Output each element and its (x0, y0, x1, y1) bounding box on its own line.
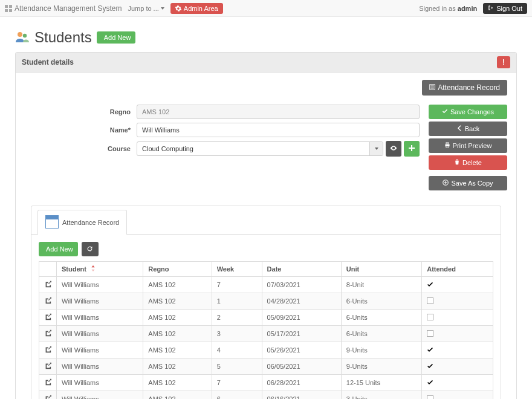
cell-regno: AMS 102 (143, 293, 212, 310)
table-row: Will WilliamsAMS 102305/17/20216-Units (39, 326, 493, 342)
svg-rect-0 (5, 5, 8, 8)
calendar-icon (45, 215, 59, 230)
table-row: Will WilliamsAMS 102707/03/20218-Unit (39, 277, 493, 293)
attendance-record-button[interactable]: Attendance Record (422, 80, 507, 96)
svg-rect-3 (9, 9, 12, 12)
cell-date: 04/28/2021 (262, 293, 341, 310)
signout-icon (488, 5, 494, 12)
cell-date: 06/16/2021 (262, 391, 341, 400)
caret-down-icon (161, 7, 164, 10)
cell-week: 7 (212, 277, 262, 293)
cell-student: Will Williams (57, 293, 143, 310)
sort-asc-icon (91, 265, 96, 273)
cell-unit: 9-Units (341, 342, 421, 358)
open-record-link[interactable] (44, 281, 51, 288)
svg-point-4 (18, 32, 22, 37)
add-new-label: Add New (104, 34, 131, 41)
table-row: Will WilliamsAMS 102706/28/202112-15 Uni… (39, 375, 493, 391)
alert-button[interactable]: ! (497, 56, 510, 68)
add-new-record-button[interactable]: Add New (39, 242, 78, 256)
admin-area-label: Admin Area (184, 5, 218, 12)
col-attended[interactable]: Attended (422, 262, 493, 277)
cell-student: Will Williams (57, 277, 143, 293)
col-action (39, 262, 57, 277)
plus-icon (408, 144, 415, 154)
save-button[interactable]: Save Changes (429, 105, 507, 119)
print-icon (444, 142, 450, 149)
back-button[interactable]: Back (429, 122, 507, 136)
open-record-link[interactable] (44, 378, 51, 386)
cell-unit: 12-15 Units (341, 375, 421, 391)
col-regno[interactable]: Regno (143, 262, 212, 277)
cell-date: 07/03/2021 (262, 277, 341, 293)
add-new-student-button[interactable]: Add New (97, 31, 136, 44)
col-unit[interactable]: Unit (341, 262, 421, 277)
cell-week: 5 (212, 358, 262, 375)
course-value: Cloud Computing (137, 142, 369, 155)
table-row: Will WilliamsAMS 102104/28/20216-Units (39, 293, 493, 310)
cell-attended (422, 326, 493, 342)
alert-icon: ! (502, 58, 505, 66)
delete-button[interactable]: Delete (429, 155, 507, 170)
sign-out-button[interactable]: Sign Out (483, 3, 527, 14)
admin-area-button[interactable]: Admin Area (170, 3, 223, 14)
cell-attended (422, 342, 493, 358)
refresh-icon (86, 245, 93, 254)
view-course-button[interactable] (386, 141, 401, 157)
jump-to-dropdown[interactable]: Jump to ... (128, 5, 164, 12)
page-title: Students (34, 29, 92, 46)
signed-in-text: Signed in as admin (419, 5, 477, 12)
cell-unit: 6-Units (341, 293, 421, 310)
open-record-link[interactable] (44, 329, 51, 337)
cell-date: 05/09/2021 (262, 310, 341, 326)
username: admin (458, 5, 477, 12)
side-actions: Save Changes Back Print Preview Delete (429, 105, 507, 190)
unchecked-icon (427, 330, 433, 337)
chevron-down-icon (369, 142, 383, 155)
cell-attended (422, 358, 493, 375)
brand-link[interactable]: Attendance Management System (5, 4, 122, 13)
print-preview-button[interactable]: Print Preview (429, 138, 507, 153)
col-student[interactable]: Student (57, 262, 143, 277)
col-date[interactable]: Date (262, 262, 341, 277)
users-icon (15, 30, 30, 45)
sign-out-label: Sign Out (496, 5, 522, 12)
open-record-link[interactable] (44, 297, 51, 304)
cell-regno: AMS 102 (143, 277, 212, 293)
cell-attended (422, 391, 493, 400)
svg-rect-2 (5, 9, 8, 12)
table-row: Will WilliamsAMS 102506/05/20219-Units (39, 358, 493, 375)
attendance-table: Student Regno Week Date Unit Attended Wi… (39, 261, 493, 399)
cell-unit: 9-Units (341, 358, 421, 375)
add-course-button[interactable] (404, 141, 420, 157)
refresh-button[interactable] (82, 242, 99, 256)
regno-field[interactable] (137, 105, 420, 119)
list-icon (429, 83, 435, 92)
cell-date: 06/28/2021 (262, 375, 341, 391)
table-row: Will WilliamsAMS 102205/09/20216-Units (39, 310, 493, 326)
name-field[interactable] (137, 123, 420, 137)
cell-date: 05/17/2021 (262, 326, 341, 342)
top-navbar: Attendance Management System Jump to ...… (0, 0, 532, 17)
cell-student: Will Williams (57, 342, 143, 358)
col-week[interactable]: Week (212, 262, 262, 277)
cell-student: Will Williams (57, 310, 143, 326)
attendance-child-panel: Attendance Record Add New (31, 206, 501, 399)
tab-attendance-record[interactable]: Attendance Record (37, 210, 127, 235)
cell-week: 2 (212, 310, 262, 326)
open-record-link[interactable] (44, 362, 51, 369)
jump-to-label: Jump to ... (128, 5, 158, 12)
cell-date: 05/26/2021 (262, 342, 341, 358)
cell-week: 6 (212, 391, 262, 400)
unchecked-icon (427, 297, 433, 304)
cell-regno: AMS 102 (143, 358, 212, 375)
regno-label: Regno (100, 108, 137, 115)
cell-date: 06/05/2021 (262, 358, 341, 375)
tab-label: Attendance Record (62, 219, 119, 226)
open-record-link[interactable] (44, 395, 51, 399)
course-dropdown[interactable]: Cloud Computing (137, 141, 383, 156)
save-as-copy-button[interactable]: Save As Copy (429, 176, 507, 190)
open-record-link[interactable] (44, 313, 51, 320)
open-record-link[interactable] (44, 346, 51, 353)
cell-student: Will Williams (57, 326, 143, 342)
